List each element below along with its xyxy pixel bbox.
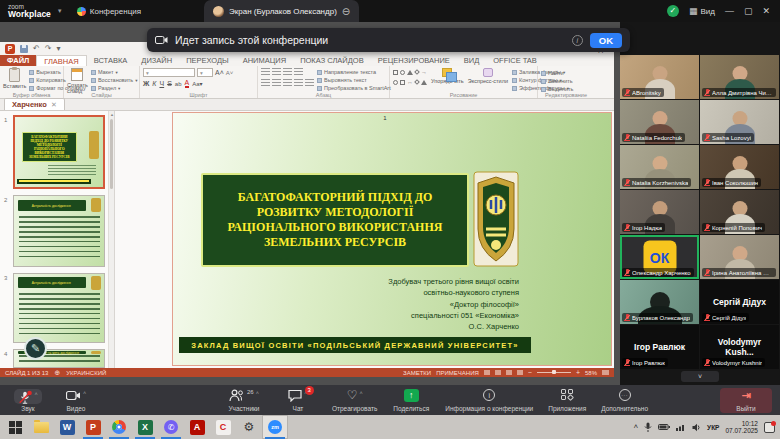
minimize-share-icon[interactable]: ⊖: [342, 6, 350, 17]
tray-battery-icon[interactable]: [658, 423, 670, 431]
participant-tile[interactable]: ABronitsky: [620, 55, 699, 99]
toolbar-react-button[interactable]: ♡˄Отреагировать: [332, 389, 377, 412]
paragraph-item-1[interactable]: Выровнять текст: [317, 77, 391, 83]
ribbon-tab-view[interactable]: ВИД: [457, 55, 486, 66]
reading-view-icon[interactable]: [506, 370, 512, 375]
participant-tile[interactable]: Ірина Анатоліївна Ясі...: [700, 235, 779, 279]
tab-meeting[interactable]: Конференция: [69, 0, 149, 22]
bullets-button[interactable]: [261, 68, 270, 76]
ribbon-tab-file[interactable]: ФАЙЛ: [0, 55, 36, 66]
toolbar-leave-button[interactable]: ⇥Выйти: [726, 389, 766, 412]
notification-center-icon[interactable]: [764, 422, 775, 433]
taskbar-explorer-icon[interactable]: [28, 415, 54, 439]
undo-icon[interactable]: ↶: [33, 45, 40, 53]
toolbar-audio-button[interactable]: ˄Звук: [8, 389, 48, 412]
workspace-dropdown-caret[interactable]: ▼: [57, 8, 63, 14]
editing-item-1[interactable]: Заменить: [541, 78, 591, 84]
slides-item-2[interactable]: Раздел▾: [91, 85, 137, 91]
ribbon-tab-slideshow[interactable]: ПОКАЗ СЛАЙДОВ: [293, 55, 371, 66]
participant-tile[interactable]: Алла Дмитрівна Чик...: [700, 55, 779, 99]
columns-button[interactable]: [305, 79, 314, 87]
slide-title-box[interactable]: БАГАТОФАКТОРНИЙ ПІДХІД ДО РОЗВИТКУ МЕТОД…: [201, 173, 469, 267]
zoom-out-icon[interactable]: −: [528, 369, 532, 376]
toolbar-audio-caret[interactable]: ˄: [34, 391, 37, 397]
taskbar-comodo-icon[interactable]: C: [210, 415, 236, 439]
proofing-globe-icon[interactable]: ⊕: [54, 369, 60, 377]
slideshow-view-icon[interactable]: [517, 370, 523, 375]
language-switcher[interactable]: УКР: [707, 424, 719, 431]
comments-button[interactable]: ПРИМЕЧАНИЯ: [436, 370, 479, 376]
arrange-button[interactable]: Упорядочить: [431, 68, 464, 84]
taskbar-zoom-icon[interactable]: zm: [262, 415, 288, 439]
indent-decrease-button[interactable]: [283, 68, 292, 76]
ribbon-tab-animations[interactable]: АНИМАЦИЯ: [236, 55, 293, 66]
font-size-box[interactable]: ▾: [197, 68, 213, 77]
ribbon-tab-transitions[interactable]: ПЕРЕХОДЫ: [179, 55, 236, 66]
slide-subtitle-block[interactable]: Здобувач третього рівня вищої освітиосві…: [323, 276, 519, 332]
language-indicator[interactable]: УКРАИНСКИЙ: [66, 370, 106, 376]
taskbar-clock[interactable]: 10:12 07.07.2025: [725, 420, 758, 435]
paragraph-item-2[interactable]: Преобразовать в SmartArt: [317, 85, 391, 91]
participant-tile[interactable]: Ігор Надюк: [620, 190, 699, 234]
font-color-button[interactable]: А: [185, 79, 190, 88]
participant-tile[interactable]: Natalia Korzhenivska: [620, 145, 699, 189]
participant-tile[interactable]: Сергій ДідухСергій Дідух: [700, 280, 779, 324]
ribbon-tab-review[interactable]: РЕЦЕНЗИРОВАНИЕ: [371, 55, 457, 66]
view-button[interactable]: ▦ Вид: [689, 6, 715, 16]
recording-ok-button[interactable]: OK: [590, 33, 622, 48]
save-icon[interactable]: [20, 45, 28, 53]
shapes-gallery[interactable]: → ↔: [393, 68, 427, 86]
numbering-button[interactable]: [272, 68, 281, 76]
participant-tile[interactable]: Ігор РавлюкІгор Равлюк: [620, 325, 699, 369]
close-button[interactable]: ✕: [762, 6, 770, 16]
editing-item-0[interactable]: Найти: [541, 70, 591, 76]
ribbon-tab-design[interactable]: ДИЗАЙН: [134, 55, 179, 66]
minimize-button[interactable]: —: [725, 6, 734, 16]
security-shield-icon[interactable]: ✓: [667, 5, 679, 17]
font-name-box[interactable]: ▾: [143, 68, 195, 77]
toolbar-more-button[interactable]: ···Дополнительно: [601, 389, 648, 412]
new-slide-button[interactable]: Создать слайд: [67, 68, 88, 94]
taskbar-start-icon[interactable]: [2, 415, 28, 439]
maximize-button[interactable]: ▢: [744, 6, 753, 16]
slide-sorter-view-icon[interactable]: [495, 370, 501, 375]
leave-button-wrap[interactable]: ⇥Выйти: [720, 388, 772, 413]
zoom-percentage[interactable]: 58%: [585, 370, 597, 376]
taskbar-excel-icon[interactable]: X: [132, 415, 158, 439]
char-spacing-button[interactable]: ab: [175, 81, 182, 87]
toolbar-participants-button[interactable]: 26˄Участники: [224, 389, 264, 412]
align-center-button[interactable]: [272, 79, 281, 87]
slides-item-0[interactable]: Макет▾: [91, 69, 137, 75]
taskbar-viber-icon[interactable]: ✆: [158, 415, 184, 439]
normal-view-icon[interactable]: [484, 370, 490, 375]
align-right-button[interactable]: [283, 79, 292, 87]
paste-button[interactable]: Вставить: [3, 68, 26, 91]
taskbar-settings-icon[interactable]: ⚙: [236, 415, 262, 439]
info-icon[interactable]: i: [572, 35, 583, 46]
italic-button[interactable]: К: [152, 80, 156, 87]
toolbar-participants-caret[interactable]: ˄: [256, 390, 259, 396]
taskbar-word-icon[interactable]: W: [54, 415, 80, 439]
participant-tile[interactable]: ОКОлександр Харченко: [620, 235, 699, 279]
grow-font-icon[interactable]: A˄: [215, 69, 224, 76]
tray-mic-icon[interactable]: [644, 422, 652, 432]
ribbon-tab-home[interactable]: ГЛАВНАЯ: [36, 55, 86, 66]
taskbar-powerpoint-icon[interactable]: P: [80, 415, 106, 439]
slide-footer-bar[interactable]: ЗАКЛАД ВИЩОЇ ОСВІТИ «ПОДІЛЬСЬКИЙ ДЕРЖАВН…: [179, 337, 531, 353]
toolbar-apps-button[interactable]: Приложения: [547, 389, 587, 412]
taskbar-acrobat-icon[interactable]: A: [184, 415, 210, 439]
paragraph-item-0[interactable]: Направление текста: [317, 69, 391, 75]
participant-tile[interactable]: Sasha Lozovyi: [700, 100, 779, 144]
toolbar-react-caret[interactable]: ˄: [359, 390, 362, 396]
slides-item-1[interactable]: Восстановить▾: [91, 77, 137, 83]
underline-button[interactable]: Ч: [159, 80, 164, 87]
clear-format-button[interactable]: Aa▾: [192, 80, 202, 87]
fit-to-window-icon[interactable]: [602, 370, 609, 375]
document-tab-close-icon[interactable]: ✕: [51, 101, 57, 109]
tray-network-icon[interactable]: [676, 423, 686, 431]
align-left-button[interactable]: [261, 79, 270, 87]
participant-tile[interactable]: Іван Соколюшин: [700, 145, 779, 189]
participant-tile[interactable]: Корнелій Попович: [700, 190, 779, 234]
zoom-slider[interactable]: [537, 372, 571, 373]
toolbar-info-button[interactable]: iИнформация о конференции: [445, 389, 533, 412]
